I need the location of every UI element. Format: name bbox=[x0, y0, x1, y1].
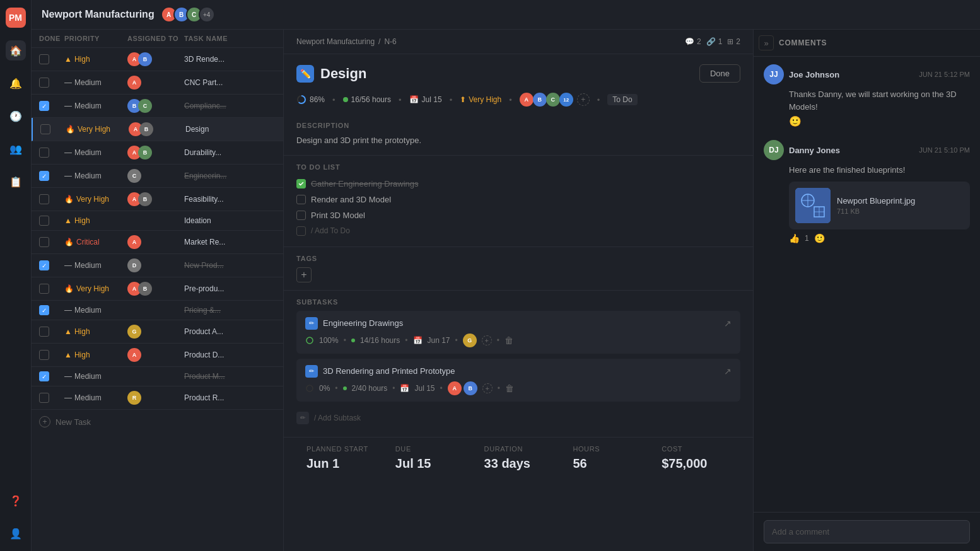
project-avatars: A B C +4 bbox=[161, 6, 215, 23]
list-item: Print 3D Model bbox=[296, 207, 740, 223]
table-row[interactable]: ▲ High G Product A... bbox=[32, 320, 283, 344]
sidebar-team[interactable]: 👥 bbox=[6, 139, 26, 159]
hours-dot bbox=[343, 97, 348, 102]
comment-header: JJ Joe Johnson JUN 21 5:12 PM bbox=[764, 64, 970, 84]
task-checkbox[interactable] bbox=[39, 216, 49, 226]
table-row[interactable]: ✓ — Medium D New Prod... bbox=[32, 254, 283, 277]
priority-badge: 🔥 Very High bbox=[66, 125, 129, 134]
todo-text: Gather Engineering Drawings bbox=[311, 179, 419, 188]
cost-label: COST bbox=[662, 445, 730, 453]
task-checkbox[interactable] bbox=[39, 350, 49, 360]
description-text: Design and 3D print the prototype. bbox=[296, 134, 740, 148]
assigned-avatars: BC bbox=[127, 99, 184, 113]
add-todo-btn[interactable]: / Add To Do bbox=[296, 223, 740, 239]
add-subtask-btn[interactable]: ✏ / Add Subtask bbox=[296, 407, 740, 429]
subtask-name: Engineering Drawings bbox=[323, 318, 719, 328]
priority-badge: ▲ High bbox=[64, 55, 127, 64]
comment-avatar: DJ bbox=[764, 140, 784, 160]
table-row[interactable]: ✓ — Medium Product M... bbox=[32, 367, 283, 386]
task-checkbox[interactable] bbox=[39, 148, 49, 158]
table-row[interactable]: — Medium AB Durability... bbox=[32, 141, 283, 165]
todo-checkbox[interactable] bbox=[296, 211, 306, 220]
status-meta[interactable]: To Do bbox=[607, 94, 637, 105]
subtask-meta: 100% • 14/16 hours • 📅 Jun 17 • G + • 🗑 bbox=[305, 334, 732, 347]
table-row[interactable]: — Medium A CNC Part... bbox=[32, 71, 283, 95]
table-row[interactable]: ▲ High A Product D... bbox=[32, 344, 283, 367]
comment-input[interactable] bbox=[764, 520, 970, 543]
task-name: Durability... bbox=[184, 148, 276, 157]
add-assignee-btn[interactable]: + bbox=[577, 93, 590, 106]
subtask-icon: ✏ bbox=[305, 317, 318, 330]
table-row[interactable]: — Medium R Product R... bbox=[32, 386, 283, 410]
app-logo[interactable]: PM bbox=[6, 8, 26, 28]
table-row[interactable]: ✓ — Medium Pricing &... bbox=[32, 301, 283, 320]
detail-title[interactable]: Design bbox=[320, 66, 366, 82]
task-checkbox[interactable] bbox=[39, 284, 49, 294]
done-button[interactable]: Done bbox=[699, 64, 740, 83]
planned-start-stat: PLANNED START Jun 1 bbox=[296, 438, 385, 478]
sidebar-help[interactable]: ❓ bbox=[6, 490, 26, 511]
task-checkbox[interactable]: ✓ bbox=[39, 371, 49, 381]
task-checkbox[interactable] bbox=[39, 393, 49, 403]
delete-subtask-btn[interactable]: 🗑 bbox=[505, 335, 513, 345]
add-reaction-btn[interactable]: 🙂 bbox=[814, 233, 825, 243]
new-task-row[interactable]: + New Task bbox=[32, 410, 283, 434]
sidebar-notifications[interactable]: 🔔 bbox=[6, 73, 26, 93]
external-link-icon[interactable]: ↗ bbox=[724, 318, 732, 328]
sidebar-user[interactable]: 👤 bbox=[6, 523, 26, 543]
task-checkbox[interactable] bbox=[39, 78, 49, 88]
add-assignee-subtask[interactable]: + bbox=[482, 335, 492, 345]
delete-subtask-btn[interactable]: 🗑 bbox=[505, 383, 514, 393]
external-link-icon[interactable]: ↗ bbox=[724, 366, 732, 376]
task-checkbox[interactable] bbox=[40, 124, 50, 134]
task-checkbox[interactable] bbox=[39, 327, 49, 337]
task-name: 3D Rende... bbox=[184, 55, 276, 64]
task-checkbox[interactable] bbox=[39, 194, 49, 204]
add-task-icon: + bbox=[39, 416, 50, 427]
priority-badge: — Medium bbox=[64, 78, 127, 87]
duration-label: DURATION bbox=[484, 445, 553, 453]
collapse-panel-btn[interactable]: » bbox=[759, 35, 774, 50]
comment-time: JUN 21 5:10 PM bbox=[919, 146, 970, 154]
table-row[interactable]: ✓ — Medium C Engineerin... bbox=[32, 165, 283, 188]
comment-author: Danny Jones bbox=[789, 146, 840, 155]
comment-item: DJ Danny Jones JUN 21 5:10 PM Here are t… bbox=[764, 140, 970, 243]
table-row[interactable]: ▲ High AB 3D Rende... bbox=[32, 48, 283, 71]
table-row[interactable]: ▲ High Ideation bbox=[32, 211, 283, 231]
task-name: Product M... bbox=[184, 372, 276, 381]
add-reaction-btn[interactable]: 🙂 bbox=[764, 115, 970, 127]
priority-badge: — Medium bbox=[64, 171, 127, 180]
comment-reactions: 👍 1 🙂 bbox=[764, 233, 970, 243]
priority-badge: ▲ High bbox=[64, 327, 127, 336]
subtask-progress-icon bbox=[305, 384, 314, 393]
task-checkbox[interactable] bbox=[39, 237, 49, 247]
task-list: DONE PRIORITY ASSIGNED TO TASK NAME ▲ Hi… bbox=[32, 30, 284, 551]
add-assignee-subtask[interactable]: + bbox=[482, 383, 493, 393]
table-row[interactable]: 🔥 Very High AB Feasibility... bbox=[32, 188, 283, 211]
task-name: New Prod... bbox=[184, 261, 276, 270]
task-checkbox[interactable]: ✓ bbox=[39, 101, 49, 111]
add-tag-btn[interactable]: + bbox=[296, 267, 312, 282]
sidebar-home[interactable]: 🏠 bbox=[6, 40, 26, 61]
table-row[interactable]: 🔥 Very High AB Design bbox=[32, 118, 283, 141]
detail-stats: 💬 2 🔗 1 ⊞ 2 bbox=[685, 37, 740, 46]
assignees-meta: A B C 12 + bbox=[520, 93, 590, 107]
todo-checkbox[interactable] bbox=[296, 195, 306, 204]
priority-badge: 🔥 Very High bbox=[64, 284, 127, 293]
task-checkbox[interactable] bbox=[39, 54, 49, 64]
table-row[interactable]: ✓ — Medium BC Complianc... bbox=[32, 95, 283, 118]
task-checkbox[interactable]: ✓ bbox=[39, 171, 49, 181]
sidebar-history[interactable]: 🕐 bbox=[6, 106, 26, 126]
table-row[interactable]: 🔥 Very High AB Pre-produ... bbox=[32, 277, 283, 301]
breadcrumb: Newport Manufacturing / N-6 bbox=[296, 37, 397, 46]
task-checkbox[interactable]: ✓ bbox=[39, 260, 49, 270]
comment-author: Joe Johnson bbox=[789, 70, 839, 79]
task-checkbox[interactable]: ✓ bbox=[39, 305, 49, 315]
comment-item: JJ Joe Johnson JUN 21 5:12 PM Thanks Dan… bbox=[764, 64, 970, 127]
sidebar: PM 🏠 🔔 🕐 👥 📋 ❓ 👤 bbox=[0, 0, 32, 551]
priority-badge: 🔥 Very High bbox=[64, 195, 127, 204]
table-row[interactable]: 🔥 Critical A Market Re... bbox=[32, 231, 283, 254]
sidebar-tasks[interactable]: 📋 bbox=[6, 171, 26, 192]
main-content: Newport Manufacturing A B C +4 DONE PRIO… bbox=[32, 0, 980, 551]
todo-checkbox[interactable] bbox=[296, 179, 306, 188]
